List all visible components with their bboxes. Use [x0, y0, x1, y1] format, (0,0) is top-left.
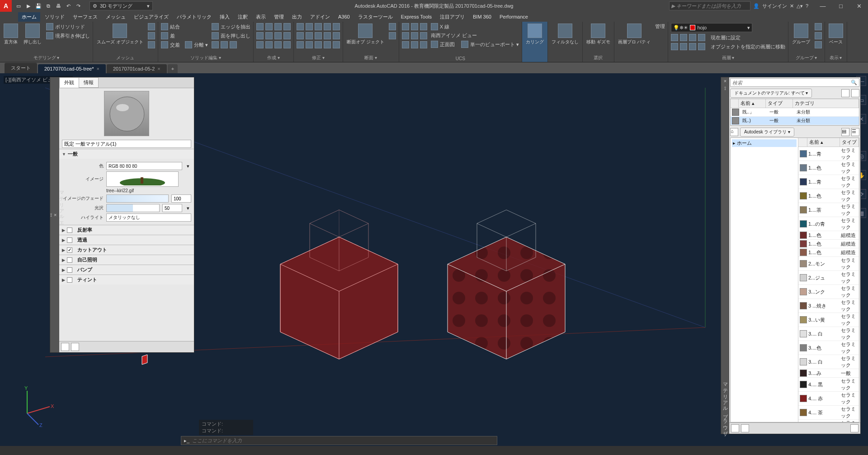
library-item[interactable]: 2...モンセラミック	[798, 257, 859, 271]
pin-panel-icon[interactable]: ⟟	[50, 212, 52, 218]
library-item[interactable]: 4.... 茶セラミック	[798, 406, 859, 420]
ribbon-tab-performance[interactable]: Performance	[496, 13, 532, 21]
command-input[interactable]	[192, 438, 494, 443]
filter-none-button[interactable]: フィルタなし	[550, 23, 580, 46]
qat-new-icon[interactable]: ▭	[14, 2, 23, 10]
doc-tab-1[interactable]: 20170701cad-05-tree*×	[38, 64, 106, 73]
material-search[interactable]: 🔍	[730, 78, 859, 87]
close-panel-icon[interactable]: ×	[724, 78, 726, 84]
help-search[interactable]: ▶ キーワードまたは語句を入力	[669, 1, 750, 10]
box-button[interactable]: 直方体	[2, 23, 20, 46]
intersect-button[interactable]: 交差 分離 ▾	[160, 41, 209, 49]
library-tree[interactable]: ▸ ホーム	[731, 138, 798, 422]
ribbon-tab-a360[interactable]: A360	[335, 13, 354, 21]
section-bump[interactable]: バンプ	[59, 265, 194, 275]
ribbon-tab-manage[interactable]: 管理	[270, 12, 288, 22]
library-grid[interactable]: 名前 ▴タイプ 1....青セラミック1....色セラミック1....青セラミッ…	[798, 138, 859, 422]
base-view-button[interactable]: ベース	[827, 23, 845, 46]
signin-label[interactable]: サインイン	[762, 3, 787, 9]
section-cutout[interactable]: カットアウト	[59, 245, 194, 255]
tab-appearance[interactable]: 外観	[59, 77, 79, 88]
doc-materials-tab[interactable]: ドキュメントのマテリアル: すべて ▾	[730, 89, 812, 98]
library-item[interactable]: 3...ンクセラミック	[798, 285, 859, 299]
ribbon-tab-addins[interactable]: アドイン	[307, 12, 334, 22]
close-tab-icon[interactable]: ×	[96, 66, 99, 71]
move-gizmo-button[interactable]: 移動 ギズモ	[585, 23, 612, 46]
highlight-dropdown[interactable]: メタリックなし	[106, 213, 191, 222]
library-item[interactable]: 1....青セラミック	[798, 147, 859, 161]
home-icon[interactable]: ⌂	[730, 128, 738, 136]
subtract-button[interactable]: 差	[160, 32, 209, 40]
library-item[interactable]: 1....青セラミック	[798, 175, 859, 189]
union-button[interactable]: 結合	[160, 23, 209, 31]
fade-slider[interactable]	[106, 194, 169, 203]
section-reflect[interactable]: 反射率	[59, 225, 194, 235]
visual-style-dropdown[interactable]: X 線	[430, 23, 520, 31]
ribbon-tab-express[interactable]: Express Tools	[397, 13, 435, 21]
library-item[interactable]: 3 ...焼きセラミック	[798, 299, 859, 313]
qat-print-icon[interactable]: 🖶	[54, 2, 62, 10]
section-transparency[interactable]: 透過	[59, 235, 194, 245]
command-line[interactable]: ▸_	[181, 436, 497, 445]
signin-icon[interactable]: 👤	[753, 3, 760, 9]
extrude-button[interactable]: 押し出し	[22, 23, 43, 46]
qat-redo-icon[interactable]: ↷	[74, 2, 82, 10]
move-to-layer-button[interactable]: オブジェクトを指定の画層に移動	[670, 43, 786, 51]
maximize-button[interactable]: □	[832, 0, 850, 12]
panel-rail[interactable]: マテリアル エディタ × ⟟	[50, 77, 59, 352]
material-row[interactable]: 既..」一般未分類	[731, 108, 859, 117]
extract-edges-button[interactable]: エッジを抽出	[211, 23, 251, 31]
view-dropdown[interactable]: 南西アイソメ ビュー	[430, 32, 520, 39]
library-item[interactable]: 3.... 白セラミック	[798, 355, 859, 369]
minimize-button[interactable]: —	[814, 0, 832, 12]
library-item[interactable]: 3....み一般	[798, 369, 859, 378]
ribbon-tab-mesh[interactable]: メッシュ	[102, 12, 129, 22]
section-tint[interactable]: ティント	[59, 275, 194, 284]
tree-home[interactable]: ▸ ホーム	[732, 139, 797, 147]
options-icon[interactable]	[741, 424, 749, 432]
tab-info[interactable]: 情報	[79, 77, 99, 88]
ribbon-tab-parametric[interactable]: パラメトリック	[173, 12, 215, 22]
new-tab-button[interactable]: +	[168, 64, 178, 73]
library-item[interactable]: 2...ジュセラミック	[798, 271, 859, 285]
start-tab[interactable]: スタート	[5, 63, 37, 73]
gloss-slider[interactable]	[106, 204, 160, 212]
layer-dropdown[interactable]: 💡❄☀hojo▾	[671, 23, 752, 32]
library-item[interactable]: 4.... 赤セラミック	[798, 392, 859, 406]
open-material-icon[interactable]	[61, 343, 69, 351]
ribbon-tab-annotate[interactable]: 注釈	[234, 12, 251, 22]
close-button[interactable]: ✕	[850, 0, 868, 12]
ribbon-tab-insert[interactable]: 挿入	[216, 12, 233, 22]
fade-value[interactable]	[171, 194, 191, 203]
settings-icon[interactable]	[850, 424, 859, 432]
exchange-icon[interactable]: ✕	[790, 3, 794, 9]
color-dd-icon[interactable]: ▾	[185, 163, 191, 169]
polysolid-button[interactable]: ポリソリッド	[45, 23, 91, 31]
workspace-dropdown[interactable]: ⚙ 3D モデリング ▾	[90, 1, 153, 10]
presspull-button[interactable]: 境界引き伸ばし	[45, 32, 91, 40]
display-list-icon[interactable]: ☰	[851, 128, 859, 136]
display-list-icon[interactable]	[851, 89, 859, 97]
layer-properties-button[interactable]: 画層プロ パティ	[616, 23, 653, 46]
culling-button[interactable]: カリング	[524, 23, 546, 46]
close-tab-icon[interactable]: ×	[157, 66, 160, 71]
qat-open-icon[interactable]: ▶	[24, 2, 33, 10]
library-item[interactable]: 3...い黄セラミック	[798, 313, 859, 327]
browser-icon[interactable]	[71, 343, 79, 351]
ribbon-tab-view[interactable]: 表示	[252, 12, 269, 22]
ribbon-tab-solid[interactable]: ソリッド	[41, 12, 68, 22]
color-field[interactable]: RGB 80 80 80	[106, 162, 182, 170]
qat-save-icon[interactable]: 💾	[34, 2, 42, 10]
section-selfillum[interactable]: 自己照明	[59, 255, 194, 265]
ribbon-tab-raster[interactable]: ラスターツール	[354, 12, 396, 22]
gloss-value[interactable]	[162, 204, 182, 212]
ribbon-tab-home[interactable]: ホーム	[18, 12, 40, 22]
qat-undo-icon[interactable]: ↶	[64, 2, 72, 10]
library-item[interactable]: 1....色組積造	[798, 248, 859, 257]
section-object-button[interactable]: 断面オブ ジェクト	[345, 23, 386, 46]
help-icon[interactable]: ?	[806, 3, 808, 9]
a360-icon[interactable]: △▾	[797, 3, 803, 9]
make-current-layer-button[interactable]: 現在層に設定	[670, 33, 786, 42]
library-item[interactable]: 4...ジュセラミック	[798, 420, 859, 422]
display-mode-icon[interactable]: ▤	[841, 128, 849, 136]
